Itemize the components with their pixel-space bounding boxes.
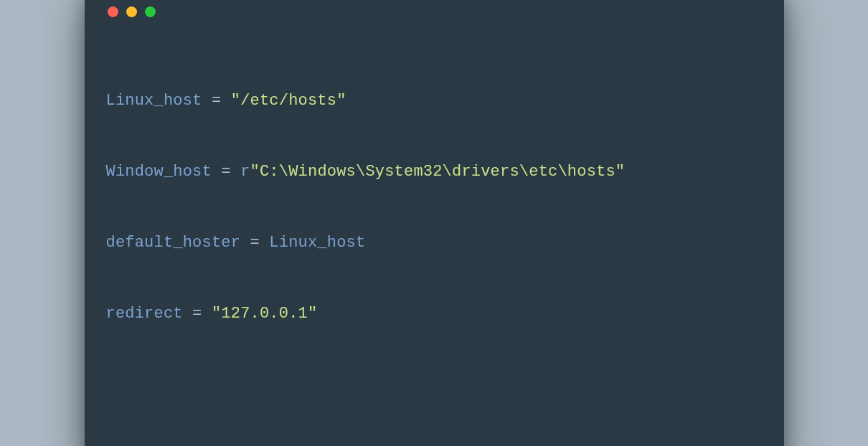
string-literal: "127.0.0.1" [212,305,317,323]
code-line: Window_host = r"C:\Windows\System32\driv… [106,154,763,190]
minimize-icon[interactable] [126,6,137,17]
operator: = [202,92,231,110]
variable-name: Window_host [106,163,212,181]
operator: = [240,234,269,252]
code-line: default_hoster = Linux_host [106,225,763,261]
string-prefix: r [240,163,250,181]
zoom-icon[interactable] [145,6,156,17]
string-literal: "/etc/hosts" [231,92,346,110]
operator: = [183,305,212,323]
variable-ref: Linux_host [269,234,365,252]
operator: = [212,163,240,181]
variable-name: redirect [106,305,183,323]
variable-name: Linux_host [106,92,202,110]
window-titlebar [108,6,763,17]
string-literal: "C:\Windows\System32\drivers\etc\hosts" [250,163,626,181]
code-block: Linux_host = "/etc/hosts" Window_host = … [106,47,763,402]
code-line: redirect = "127.0.0.1" [106,296,763,332]
variable-name: default_hoster [106,234,241,252]
terminal-window: Linux_host = "/etc/hosts" Window_host = … [85,0,784,446]
code-line: Linux_host = "/etc/hosts" [106,83,763,119]
close-icon[interactable] [108,6,118,17]
